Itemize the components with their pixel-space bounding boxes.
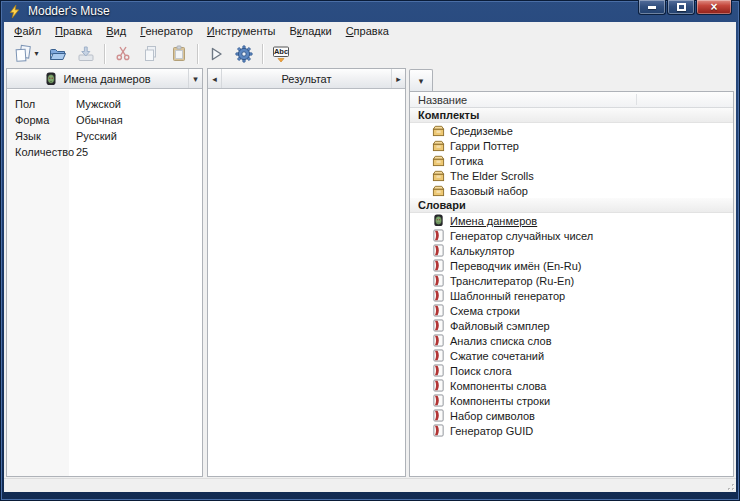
result-panel: ◂ Результат ▸	[207, 68, 406, 477]
tree-item-label: Имена данмеров	[450, 215, 537, 227]
tree-item-label: Транслитератор (Ru-En)	[450, 275, 574, 287]
window-controls: ×	[637, 0, 732, 15]
toolbar: ▾Abc	[4, 40, 736, 67]
tree-item[interactable]: Сжатие сочетаний	[410, 348, 733, 363]
book-icon	[432, 244, 445, 257]
book-icon	[432, 259, 445, 272]
property-value[interactable]: Русский	[69, 130, 117, 142]
book-icon	[432, 364, 445, 377]
main-area: Имена данмеров ▾ ПолМужскойФормаОбычнаяЯ…	[4, 67, 736, 478]
tree-item[interactable]: The Elder Scrolls	[410, 168, 733, 183]
property-row-0[interactable]: ПолМужской	[7, 96, 202, 112]
property-label: Пол	[7, 98, 69, 110]
kit-box-icon	[432, 154, 445, 167]
book-icon	[432, 304, 445, 317]
tree-item[interactable]: Схема строки	[410, 303, 733, 318]
result-tab[interactable]: Результат	[222, 69, 391, 88]
tree-item[interactable]: Генератор GUID	[410, 423, 733, 438]
menu-item-4[interactable]: Инструменты	[200, 23, 283, 39]
resize-grip-icon[interactable]	[723, 479, 735, 491]
tree-item-label: Поиск слога	[450, 365, 512, 377]
property-label: Язык	[7, 130, 69, 142]
library-column-header[interactable]: Название	[410, 92, 733, 108]
toolbar-run-button[interactable]	[203, 42, 229, 66]
tree-item[interactable]: Генератор случайных чисел	[410, 228, 733, 243]
client-area: ФайлПравкаВидГенераторИнструментыВкладки…	[4, 22, 736, 492]
tree-item[interactable]: Переводчик имён (En-Ru)	[410, 258, 733, 273]
library-dropdown-tab[interactable]: ▾	[409, 69, 433, 91]
clipboard-icon	[169, 44, 189, 64]
tree-item[interactable]: Файловый сэмплер	[410, 318, 733, 333]
kit-box-icon	[432, 124, 445, 137]
abc-icon: Abc	[271, 44, 291, 64]
toolbar-save-button	[73, 42, 99, 66]
tree-item[interactable]: Гарри Поттер	[410, 138, 733, 153]
menu-item-6[interactable]: Справка	[339, 23, 396, 39]
column-separator[interactable]	[636, 94, 637, 105]
tree-item[interactable]: Базовый набор	[410, 183, 733, 198]
property-row-2[interactable]: ЯзыкРусский	[7, 128, 202, 144]
menu-item-0[interactable]: Файл	[7, 23, 48, 39]
title-bar[interactable]: Modder's Muse ×	[0, 0, 740, 22]
tree-item[interactable]: Компоненты слова	[410, 378, 733, 393]
tree-item[interactable]: Транслитератор (Ru-En)	[410, 273, 733, 288]
tree-item[interactable]: Компоненты строки	[410, 393, 733, 408]
property-row-1[interactable]: ФормаОбычная	[7, 112, 202, 128]
toolbar-spelling-button[interactable]: Abc	[268, 42, 294, 66]
new-doc-icon	[13, 44, 33, 64]
tree-group-header-1[interactable]: Словари	[410, 198, 733, 213]
result-next-button[interactable]: ▸	[391, 69, 405, 88]
close-button[interactable]: ×	[696, 0, 732, 15]
result-body[interactable]	[208, 90, 405, 476]
toolbar-open-button[interactable]	[45, 42, 71, 66]
property-label: Количество	[7, 146, 69, 158]
tree-item-label: Набор символов	[450, 410, 535, 422]
kit-box-icon	[432, 139, 445, 152]
maximize-button[interactable]	[667, 0, 695, 15]
tree-item-label: Калькулятор	[450, 245, 514, 257]
menu-item-5[interactable]: Вкладки	[282, 23, 338, 39]
property-row-3[interactable]: Количество25	[7, 144, 202, 160]
tree-item[interactable]: Имена данмеров	[410, 213, 733, 228]
generator-panel: Имена данмеров ▾ ПолМужскойФормаОбычнаяЯ…	[6, 68, 203, 477]
property-value[interactable]: Обычная	[69, 114, 123, 126]
generator-dropdown-button[interactable]: ▾	[188, 69, 202, 88]
tree-item-label: Анализ списка слов	[450, 335, 552, 347]
kit-box-icon	[432, 184, 445, 197]
property-value[interactable]: Мужской	[69, 98, 121, 110]
toolbar-settings-button[interactable]	[231, 42, 257, 66]
minimize-button[interactable]	[638, 0, 666, 15]
tree-item[interactable]: Набор символов	[410, 408, 733, 423]
generator-selector-label: Имена данмеров	[63, 73, 150, 85]
gear-icon	[234, 44, 254, 64]
tree-item[interactable]: Шаблонный генератор	[410, 288, 733, 303]
property-value[interactable]: 25	[69, 146, 88, 158]
tree-item-label: Гарри Поттер	[450, 140, 519, 152]
tree-group-header-0[interactable]: Комплекты	[410, 108, 733, 123]
library-tree: КомплектыСредиземьеГарри ПоттерГотикаThe…	[410, 108, 733, 476]
toolbar-new-document-button[interactable]: ▾	[9, 42, 43, 66]
menu-item-1[interactable]: Правка	[48, 23, 99, 39]
tree-item[interactable]: Готика	[410, 153, 733, 168]
tree-item[interactable]: Поиск слога	[410, 363, 733, 378]
tree-item-label: Схема строки	[450, 305, 520, 317]
lightning-icon	[7, 4, 22, 19]
book-icon	[432, 379, 445, 392]
window-title: Modder's Muse	[28, 4, 110, 18]
generator-selector[interactable]: Имена данмеров	[7, 69, 188, 88]
book-icon	[432, 394, 445, 407]
chevron-down-icon: ▾	[419, 76, 424, 86]
open-folder-icon	[48, 44, 68, 64]
scissors-icon	[113, 44, 133, 64]
tree-item[interactable]: Калькулятор	[410, 243, 733, 258]
tree-item[interactable]: Анализ списка слов	[410, 333, 733, 348]
menu-item-3[interactable]: Генератор	[133, 23, 200, 39]
property-label: Форма	[7, 114, 69, 126]
menu-item-2[interactable]: Вид	[99, 23, 133, 39]
toolbar-separator	[262, 44, 263, 64]
book-icon	[432, 409, 445, 422]
chevron-down-icon: ▾	[193, 74, 198, 84]
toolbar-cut-button	[110, 42, 136, 66]
tree-item[interactable]: Средиземье	[410, 123, 733, 138]
result-prev-button[interactable]: ◂	[208, 69, 222, 88]
